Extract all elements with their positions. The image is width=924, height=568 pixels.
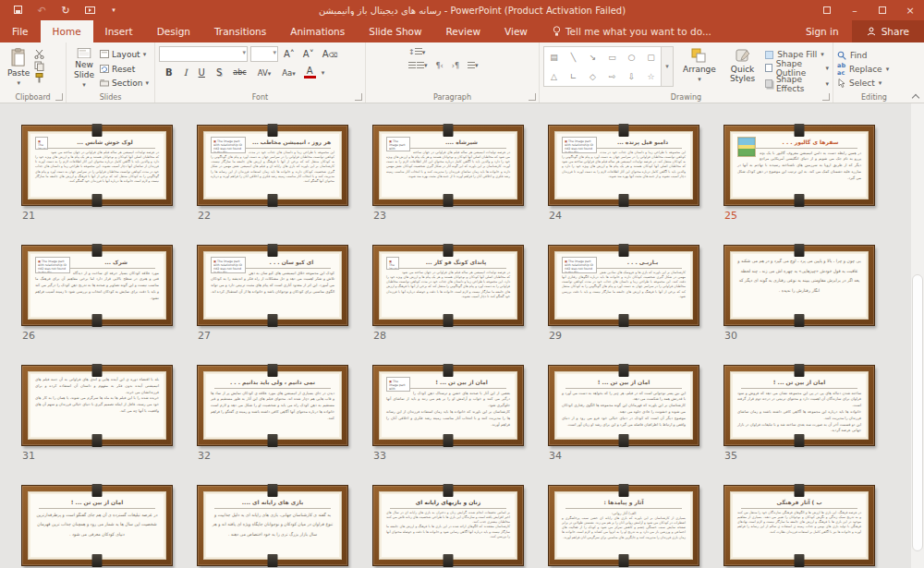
slide-thumbnail[interactable]: امان از بین تن ... !ساخته شدن دنباله های… xyxy=(723,365,899,485)
cut-icon[interactable] xyxy=(33,48,44,59)
slide-thumbnail[interactable]: The image part with relationship ID rId2… xyxy=(372,245,548,365)
slide-thumbnail[interactable]: The image part with relationship ID rId2… xyxy=(548,125,723,245)
shapes-gallery[interactable]: ▤╲↘▭○▢△∟◇⇨⇩☆ xyxy=(543,46,662,87)
undo-icon[interactable]: ↶ xyxy=(35,5,48,17)
quick-styles-button[interactable]: Quick Styles xyxy=(725,46,760,91)
tab-design[interactable]: Design xyxy=(145,20,202,42)
columns-icon[interactable]: ▾ xyxy=(408,62,428,70)
select-button[interactable]: Select▾ xyxy=(837,76,911,90)
shape-icon-3[interactable]: ▭ xyxy=(608,53,616,62)
share-button[interactable]: Share xyxy=(852,20,924,42)
bold-button[interactable]: B xyxy=(163,67,176,78)
slide-thumbnail[interactable]: The image part with relationship ID rId2… xyxy=(21,245,197,365)
slide-thumbnail[interactable]: سفرها ی گالیور . . .در همین رابطه دست به… xyxy=(723,125,899,245)
shape-icon-2[interactable]: ↘ xyxy=(590,53,597,62)
save-icon[interactable] xyxy=(11,5,24,17)
vertical-scrollbar[interactable] xyxy=(911,103,924,568)
repeat-icon[interactable]: ↻ xyxy=(59,5,72,17)
rtl-direction-icon[interactable]: ›¶ xyxy=(452,62,459,70)
shrink-font-button[interactable]: A˅ xyxy=(300,49,317,59)
shape-outline-button[interactable]: Shape Outline▾ xyxy=(765,61,829,75)
title-bar: ↶ ↻ ▾ رسانه های دیجیتال باز وانیمیشن - P… xyxy=(0,0,924,20)
shape-icon-10[interactable]: ⇩ xyxy=(628,72,636,81)
shapes-gallery-more-icon[interactable]: ▾ xyxy=(662,46,674,87)
shape-icon-1[interactable]: ╲ xyxy=(571,53,576,62)
slide-thumbnail[interactable]: ب ) آثار فرهنگیدر عرصه فرهنگ، این بازی ه… xyxy=(723,485,899,568)
slide-frame: زنان و بازیهای رایانه ایبر اساس تحقیقات … xyxy=(372,485,524,566)
slide-thumbnail[interactable]: The image part with relationship ID rId2… xyxy=(197,125,372,245)
font-name-combobox[interactable] xyxy=(159,46,248,62)
font-dialog-launcher[interactable] xyxy=(355,93,362,101)
slide-thumbnail[interactable]: امان از بین تن ... !در عرصه تبلیغات گستر… xyxy=(21,485,197,568)
underline-button[interactable]: U xyxy=(196,67,208,78)
clipboard-dialog-launcher[interactable] xyxy=(55,93,63,101)
replace-button[interactable]: abac Replace▾ xyxy=(837,62,911,76)
font-size-combobox[interactable] xyxy=(250,46,278,62)
sign-in-button[interactable]: Sign in xyxy=(793,20,852,42)
tab-home[interactable]: Home xyxy=(41,20,93,42)
text-shadow-button[interactable]: S xyxy=(213,67,225,78)
tab-insert[interactable]: Insert xyxy=(93,20,145,42)
find-button[interactable]: Find xyxy=(837,48,911,62)
slide-thumbnail[interactable]: بله با اقتضاء دوره ی این آینده هایی و ان… xyxy=(21,365,197,485)
slide-body-text: مورد علاقه کودکان بسیار حرفه ای ساخت و ا… xyxy=(35,271,159,302)
slide-thumbnail[interactable]: زنان و بازیهای رایانه ایبر اساس تحقیقات … xyxy=(372,485,548,568)
start-from-beginning-icon[interactable] xyxy=(83,5,96,17)
slide-thumbnail[interactable]: بی چون و چرا ، بالا و پایین می پرد ، اوج… xyxy=(723,245,899,365)
tell-me-box[interactable]: Tell me what you want to do... xyxy=(540,20,724,42)
shape-icon-7[interactable]: ∟ xyxy=(570,72,578,81)
slide-thumbnail[interactable]: بازی های رایانه ای ....به گفته ی کارشناس… xyxy=(197,485,372,568)
paragraph-dialog-launcher[interactable] xyxy=(529,93,536,101)
convert-smartart-icon[interactable]: ▾ xyxy=(468,62,479,70)
restore-icon[interactable] xyxy=(869,0,896,20)
group-clipboard: Paste ▾ Clipboard xyxy=(0,42,67,103)
slide-thumbnail[interactable]: The image part with relationship ID rId2… xyxy=(21,125,197,245)
shape-icon-6[interactable]: △ xyxy=(551,72,557,81)
shape-icon-11[interactable]: ☆ xyxy=(647,72,654,81)
copy-icon[interactable] xyxy=(33,60,44,71)
shape-icon-5[interactable]: ▢ xyxy=(647,53,655,62)
scrollbar-thumb[interactable] xyxy=(912,274,923,551)
customize-qat-icon[interactable]: ▾ xyxy=(107,6,120,14)
shape-icon-9[interactable]: ⇨ xyxy=(609,72,616,81)
line-spacing-icon[interactable]: ↕▾ xyxy=(408,48,425,56)
ribbon-display-options-icon[interactable] xyxy=(813,0,841,20)
shape-icon-4[interactable]: ○ xyxy=(628,53,636,62)
ltr-direction-icon[interactable]: ¶‹ xyxy=(436,62,444,70)
slide-thumbnail[interactable]: The image part with relationship ID rId2… xyxy=(372,125,548,245)
minimize-icon[interactable]: – xyxy=(841,0,869,20)
slide-thumbnail[interactable]: The image part with relationship ID rId2… xyxy=(197,245,372,365)
reset-button[interactable]: Reset xyxy=(98,62,151,77)
shape-effects-button[interactable]: Shape Effects▾ xyxy=(765,77,829,91)
tab-file[interactable]: File xyxy=(0,20,41,42)
clear-formatting-button[interactable]: A⌫ xyxy=(320,49,341,59)
slide-thumbnail[interactable]: امان از بین تن ... !این بین پسر نوجوانی … xyxy=(548,365,723,485)
tab-slide-show[interactable]: Slide Show xyxy=(357,20,433,42)
new-slide-button[interactable]: New Slide ▾ xyxy=(70,46,98,91)
character-spacing-button[interactable]: AV▾ xyxy=(255,68,274,78)
change-case-button[interactable]: Aa▾ xyxy=(279,68,298,78)
shape-fill-button[interactable]: Shape Fill▾ xyxy=(765,50,829,59)
drawing-dialog-launcher[interactable] xyxy=(822,93,830,101)
slide-thumbnail[interactable]: The image part with relationship ID rId2… xyxy=(372,365,548,485)
collapse-ribbon-icon[interactable] xyxy=(912,93,918,100)
paste-button[interactable]: Paste ▾ xyxy=(4,46,33,91)
shape-icon-8[interactable]: ◇ xyxy=(590,72,596,81)
grow-font-button[interactable]: A˄ xyxy=(281,49,298,59)
strikethrough-button[interactable]: abc xyxy=(230,68,249,77)
tab-animations[interactable]: Animations xyxy=(278,20,357,42)
slide-thumbnail[interactable]: The image part with relationship ID rId2… xyxy=(548,245,723,365)
italic-button[interactable]: I xyxy=(181,67,190,78)
slide-thumbnail[interactable]: آثار و پیامدها :الف) آثار روانی:بسیاری ا… xyxy=(548,485,723,568)
arrange-button[interactable]: Arrange ▾ xyxy=(679,46,720,91)
tab-view[interactable]: View xyxy=(492,20,540,42)
layout-button[interactable]: Layout▾ xyxy=(98,47,151,62)
section-button[interactable]: Section▾ xyxy=(98,76,151,91)
tab-transitions[interactable]: Transitions xyxy=(202,20,278,42)
close-icon[interactable]: × xyxy=(896,0,924,20)
shape-icon-0[interactable]: ▤ xyxy=(550,53,558,62)
tab-review[interactable]: Review xyxy=(434,20,492,42)
slide-thumbnail[interactable]: نمی دانیم ، ولی باید بدانیم . . .دیدن در… xyxy=(197,365,372,485)
font-color-button[interactable]: A xyxy=(304,66,316,79)
format-painter-icon[interactable] xyxy=(33,72,44,83)
